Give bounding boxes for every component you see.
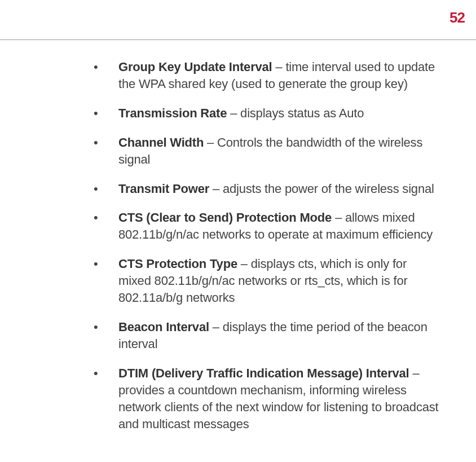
list-item: CTS (Clear to Send) Protection Mode – al… bbox=[90, 209, 441, 243]
page-number: 52 bbox=[449, 9, 465, 27]
term: Channel Width bbox=[118, 135, 204, 149]
list-item: Group Key Update Interval – time interva… bbox=[90, 59, 441, 93]
list-item: Transmit Power – adjusts the power of th… bbox=[90, 181, 441, 197]
term: Group Key Update Interval bbox=[118, 60, 272, 74]
description: – adjusts the power of the wireless sign… bbox=[209, 182, 434, 196]
term: Beacon Interval bbox=[118, 320, 209, 334]
term: CTS Protection Type bbox=[118, 257, 237, 271]
term: CTS (Clear to Send) Protection Mode bbox=[118, 210, 332, 225]
description: – displays status as Auto bbox=[227, 106, 364, 120]
list-item: Beacon Interval – displays the time peri… bbox=[90, 319, 441, 353]
term: Transmit Power bbox=[118, 182, 209, 196]
term: DTIM (Delivery Traffic Indication Messag… bbox=[118, 366, 409, 380]
content-area: Group Key Update Interval – time interva… bbox=[90, 59, 441, 445]
header-divider bbox=[0, 39, 476, 40]
list-item: CTS Protection Type – displays cts, whic… bbox=[90, 256, 441, 306]
term: Transmission Rate bbox=[118, 106, 227, 120]
list-item: DTIM (Delivery Traffic Indication Messag… bbox=[90, 365, 441, 433]
list-item: Transmission Rate – displays status as A… bbox=[90, 105, 441, 122]
definition-list: Group Key Update Interval – time interva… bbox=[90, 59, 441, 432]
list-item: Channel Width – Controls the bandwidth o… bbox=[90, 134, 441, 168]
